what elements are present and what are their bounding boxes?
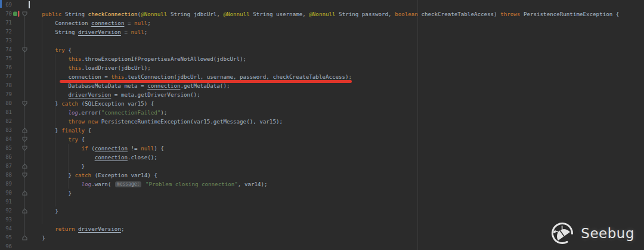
line-number[interactable]: 71 — [0, 18, 12, 27]
fold-collapse-icon[interactable] — [22, 146, 27, 151]
code-text[interactable]: public String checkConnection(@Nonnull S… — [29, 10, 644, 18]
line-number[interactable]: 90 — [0, 189, 12, 197]
code-line-80[interactable]: 80 } catch (SQLException var15) { — [0, 99, 644, 108]
line-number[interactable]: 76 — [0, 63, 12, 72]
code-line-87[interactable]: 87 } — [0, 162, 644, 171]
line-number[interactable]: 86 — [0, 153, 12, 162]
line-number[interactable]: 96 — [0, 242, 12, 250]
code-text[interactable]: String driverVersion = null; — [29, 27, 644, 36]
code-text[interactable]: } — [29, 162, 644, 171]
fold-collapse-icon[interactable] — [22, 47, 27, 53]
gutter-fold-slot[interactable] — [21, 10, 29, 18]
code-line-85[interactable]: 85 if (connection != null) { — [0, 144, 644, 153]
code-line-71[interactable]: 71 Connection connection = null; — [0, 18, 644, 27]
gutter-fold-slot[interactable] — [21, 162, 29, 171]
gutter-fold-slot[interactable] — [21, 126, 29, 135]
code-line-94[interactable]: 94 return driverVersion; — [0, 224, 644, 233]
gutter-fold-slot[interactable] — [21, 144, 29, 153]
line-number[interactable]: 88 — [0, 171, 12, 180]
line-number[interactable]: 73 — [0, 36, 12, 45]
code-line-75[interactable]: 75 this.throwExceptionIfPropertiesAreNot… — [0, 54, 644, 63]
code-line-86[interactable]: 86 connection.close(); — [0, 153, 644, 162]
code-line-84[interactable]: 84 try { — [0, 135, 644, 144]
code-line-91[interactable]: 91 — [0, 197, 644, 206]
code-line-81[interactable]: 81 log.error("connectionFailed"); — [0, 108, 644, 117]
fold-collapse-icon[interactable] — [22, 137, 27, 142]
gutter-fold-slot[interactable] — [21, 45, 29, 54]
code-text[interactable]: } — [29, 206, 644, 215]
line-number[interactable]: 78 — [0, 81, 12, 90]
fold-expand-icon[interactable] — [22, 208, 27, 214]
fold-collapse-icon[interactable] — [22, 11, 27, 17]
method-marker-icon[interactable] — [13, 11, 20, 17]
gutter-fold-slot[interactable] — [21, 135, 29, 144]
code-line-92[interactable]: 92 } — [0, 206, 644, 215]
code-line-90[interactable]: 90 } — [0, 189, 644, 197]
code-text[interactable]: } finally { — [29, 126, 644, 135]
code-line-88[interactable]: 88 } catch (Exception var14) { — [0, 171, 644, 180]
code-line-70[interactable]: 70 public String checkConnection(@Nonnul… — [0, 10, 644, 18]
code-line-76[interactable]: 76 this.loadDriver(jdbcUrl); — [0, 63, 644, 72]
line-number[interactable]: 70 — [0, 10, 12, 18]
code-line-93[interactable]: 93 — [0, 215, 644, 224]
code-text[interactable]: log.error("connectionFailed"); — [29, 108, 644, 117]
line-number[interactable]: 75 — [0, 54, 12, 63]
fold-expand-icon[interactable] — [22, 128, 27, 133]
fold-expand-icon[interactable] — [22, 163, 27, 169]
code-text[interactable]: throw new PersistenceRuntimeException(va… — [29, 117, 644, 126]
line-number[interactable]: 72 — [0, 27, 12, 36]
gutter-fold-slot[interactable] — [21, 206, 29, 215]
code-line-82[interactable]: 82 throw new PersistenceRuntimeException… — [0, 117, 644, 126]
fold-collapse-icon[interactable] — [22, 172, 27, 178]
code-text[interactable] — [29, 1, 644, 10]
line-number[interactable]: 84 — [0, 135, 12, 144]
line-number[interactable]: 94 — [0, 224, 12, 233]
line-number[interactable]: 83 — [0, 126, 12, 135]
code-text[interactable] — [29, 36, 644, 45]
code-text[interactable]: Connection connection = null; — [29, 18, 644, 27]
fold-expand-icon[interactable] — [22, 235, 27, 240]
code-line-83[interactable]: 83 } finally { — [0, 126, 644, 135]
code-line-74[interactable]: 74 try { — [0, 45, 644, 54]
line-number[interactable]: 93 — [0, 215, 12, 224]
code-text[interactable] — [29, 197, 644, 206]
gutter-fold-slot[interactable] — [21, 189, 29, 197]
fold-collapse-icon[interactable] — [22, 101, 27, 106]
code-line-96[interactable]: 96 — [0, 242, 644, 250]
line-number[interactable]: 87 — [0, 162, 12, 171]
code-line-69[interactable]: 69 — [0, 1, 644, 10]
code-line-89[interactable]: 89 log.warn( message: "Problem closing c… — [0, 180, 644, 189]
code-text[interactable]: } catch (Exception var14) { — [29, 171, 644, 180]
code-text[interactable]: driverVersion = meta.getDriverVersion(); — [29, 90, 644, 99]
line-number[interactable]: 69 — [0, 1, 12, 10]
line-number[interactable]: 89 — [0, 180, 12, 189]
code-editor[interactable]: 6970 public String checkConnection(@Nonn… — [0, 0, 644, 250]
gutter-fold-slot[interactable] — [21, 99, 29, 108]
line-number[interactable]: 85 — [0, 144, 12, 153]
code-line-95[interactable]: 95 } — [0, 233, 644, 242]
gutter-icon-slot[interactable] — [12, 10, 21, 18]
code-text[interactable]: this.throwExceptionIfPropertiesAreNotAll… — [29, 54, 644, 63]
gutter-fold-slot[interactable] — [21, 171, 29, 180]
code-line-79[interactable]: 79 driverVersion = meta.getDriverVersion… — [0, 90, 644, 99]
fold-expand-icon[interactable] — [22, 190, 27, 196]
code-text[interactable]: try { — [29, 135, 644, 144]
line-number[interactable]: 82 — [0, 117, 12, 126]
code-line-77[interactable]: 77 connection = this.testConnection(jdbc… — [0, 72, 644, 81]
code-text[interactable]: log.warn( message: "Problem closing conn… — [29, 180, 644, 189]
code-line-73[interactable]: 73 — [0, 36, 644, 45]
code-text[interactable]: if (connection != null) { — [29, 144, 644, 153]
line-number[interactable]: 79 — [0, 90, 12, 99]
line-number[interactable]: 81 — [0, 108, 12, 117]
code-text[interactable]: try { — [29, 45, 644, 54]
code-text[interactable]: } catch (SQLException var15) { — [29, 99, 644, 108]
line-number[interactable]: 91 — [0, 197, 12, 206]
line-number[interactable]: 74 — [0, 45, 12, 54]
code-text[interactable]: } — [29, 189, 644, 197]
line-number[interactable]: 95 — [0, 233, 12, 242]
code-text[interactable]: this.loadDriver(jdbcUrl); — [29, 63, 644, 72]
line-number[interactable]: 77 — [0, 72, 12, 81]
line-number[interactable]: 80 — [0, 99, 12, 108]
code-text[interactable]: connection.close(); — [29, 153, 644, 162]
code-line-72[interactable]: 72 String driverVersion = null; — [0, 27, 644, 36]
